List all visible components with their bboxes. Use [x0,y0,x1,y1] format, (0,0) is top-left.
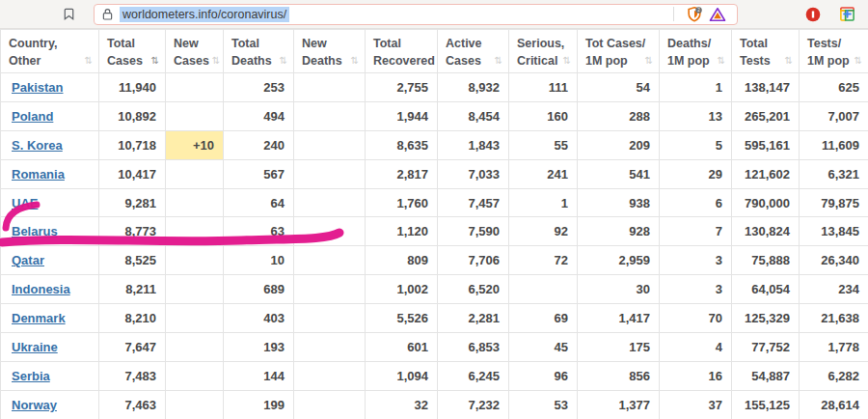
country-link[interactable]: UAE [12,196,38,210]
country-link[interactable]: Ukraine [12,340,58,354]
cell-deaths_1m: 5 [660,130,732,159]
cell-active_cases: 8,932 [438,73,509,102]
cell-serious_critical: 1 [509,188,578,217]
cell-total_cases: 10,892 [99,101,166,130]
cell-total_cases: 8,525 [99,246,166,275]
cell-total_deaths: 403 [224,304,294,333]
cell-deaths_1m: 16 [660,361,732,390]
sort-icon: ⇅ [645,54,653,69]
cell-country: Poland [1,101,99,130]
red-circle-extension-icon[interactable] [805,7,821,22]
cell-serious_critical [509,275,578,304]
cell-total_tests: 265,201 [732,101,800,130]
column-header-serious_critical[interactable]: Serious,Critical⇅ [509,30,578,73]
cell-country: Indonesia [1,275,99,304]
cell-deaths_1m: 70 [660,304,732,333]
cell-new_cases [166,390,224,419]
country-link[interactable]: Denmark [12,311,66,325]
lock-icon [102,8,113,20]
cell-new_deaths [294,159,366,188]
cell-deaths_1m: 1 [660,73,732,102]
cell-total_deaths: 689 [224,275,294,304]
bookmark-icon[interactable] [62,7,76,21]
column-header-total_recovered[interactable]: TotalRecovered⇅ [366,30,438,73]
cell-new_cases [166,333,224,362]
column-header-total_tests[interactable]: TotalTests⇅ [732,30,800,73]
cell-tests_1m: 6,282 [800,361,868,390]
sort-icon: ⇅ [785,54,793,69]
cell-tot_cases_1m: 30 [578,275,660,304]
table-row: UAE9,281641,7607,45719386790,00079,875 [1,188,868,217]
cell-country: Pakistan [1,73,99,102]
country-link[interactable]: Qatar [12,253,44,267]
country-link[interactable]: Indonesia [12,282,70,296]
column-header-total_deaths[interactable]: TotalDeaths⇅ [224,30,294,73]
cell-total_deaths: 144 [224,361,294,390]
sort-icon: ⇅ [854,54,862,69]
column-header-total_cases[interactable]: TotalCases⇅ [99,30,166,73]
cell-tests_1m: 26,340 [800,246,868,275]
sort-icon: ⇅ [151,54,159,69]
cell-tot_cases_1m: 1,377 [578,390,660,419]
column-header-tests_1m[interactable]: Tests/1M pop⇅ [800,30,868,73]
cell-total_deaths: 63 [224,217,294,246]
column-header-country[interactable]: Country,Other⇅ [1,30,99,73]
cell-total_cases: 7,647 [99,333,166,362]
table-row: Belarus8,773631,1207,590929287130,82413,… [1,217,868,246]
address-bar[interactable]: worldometers.info/coronavirus/ 2 [94,4,738,25]
cell-new_cases [166,101,224,130]
cell-total_deaths: 10 [224,246,294,275]
column-header-deaths_1m[interactable]: Deaths/1M pop⇅ [660,30,732,73]
cell-tests_1m: 11,609 [800,130,868,159]
cell-new_deaths [294,101,366,130]
cell-country: Norway [1,390,99,419]
cell-total_tests: 155,125 [732,390,800,419]
country-link[interactable]: Romania [12,167,65,182]
cell-tests_1m: 6,321 [800,159,868,188]
url-text: worldometers.info/coronavirus/ [120,7,289,22]
cell-country: Belarus [1,217,99,246]
cell-tests_1m: 7,007 [800,101,868,130]
country-link[interactable]: Belarus [12,224,58,238]
cell-new_deaths [294,390,366,419]
cell-deaths_1m: 6 [660,188,732,217]
country-link[interactable]: Serbia [12,369,50,383]
cell-total_deaths: 253 [224,73,294,102]
country-link[interactable]: Pakistan [12,80,63,95]
cell-tot_cases_1m: 1,417 [578,304,660,333]
cell-total_cases: 11,940 [99,73,166,102]
cell-total_recovered: 809 [366,246,438,275]
table-row: Pakistan11,9402532,7558,932111541138,147… [1,73,868,102]
cell-total_cases: 8,773 [99,217,166,246]
cell-new_cases [166,217,224,246]
column-header-active_cases[interactable]: ActiveCases⇅ [438,30,509,73]
add-extension-icon[interactable] [839,6,855,22]
column-header-tot_cases_1m[interactable]: Tot Cases/1M pop⇅ [578,30,660,73]
table-row: S. Korea10,718+102408,6351,843552095595,… [1,130,868,159]
cell-serious_critical: 69 [509,304,578,333]
country-link[interactable]: Poland [12,109,53,124]
cell-total_tests: 790,000 [732,188,800,217]
triangle-extension-icon[interactable] [709,7,726,22]
cell-country: Qatar [1,246,99,275]
cell-country: Romania [1,159,99,188]
cell-active_cases: 6,853 [438,333,509,362]
cell-new_deaths [294,73,366,102]
cell-active_cases: 1,843 [438,130,509,159]
cell-deaths_1m: 13 [660,101,732,130]
country-link[interactable]: Norway [12,398,57,412]
cell-new_cases [166,73,224,102]
cell-total_tests: 138,147 [732,73,800,102]
cell-serious_critical: 111 [509,73,578,102]
column-header-new_deaths[interactable]: NewDeaths⇅ [294,30,366,73]
column-header-new_cases[interactable]: NewCases⇅ [166,30,224,73]
cell-new_cases [166,361,224,390]
cell-total_recovered: 2,755 [366,73,438,102]
cell-total_deaths: 567 [224,159,294,188]
cell-total_deaths: 199 [224,390,294,419]
shield-extension-icon[interactable]: 2 [686,6,703,23]
cell-serious_critical: 53 [509,390,578,419]
cell-country: Denmark [1,304,99,333]
cell-new_deaths [294,188,366,217]
country-link[interactable]: S. Korea [12,138,63,153]
